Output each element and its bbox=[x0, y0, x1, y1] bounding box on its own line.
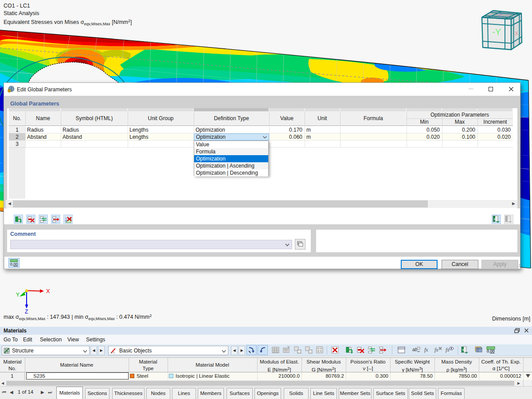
svg-text:X: X bbox=[46, 288, 50, 294]
svg-text:fx: fx bbox=[446, 347, 450, 353]
svg-text:fx: fx bbox=[434, 347, 438, 353]
svg-text:I: I bbox=[113, 351, 114, 354]
svg-text:-Z: -Z bbox=[497, 12, 502, 18]
svg-text:X: X bbox=[493, 217, 496, 221]
svg-text:fx: fx bbox=[424, 347, 428, 353]
svg-text:6: 6 bbox=[8, 89, 10, 92]
svg-text:-Y: -Y bbox=[492, 27, 501, 37]
svg-text:Y: Y bbox=[16, 292, 20, 298]
svg-text:X: X bbox=[462, 348, 465, 352]
svg-text:ab: ab bbox=[412, 347, 418, 352]
svg-text:0,00: 0,00 bbox=[487, 349, 495, 353]
